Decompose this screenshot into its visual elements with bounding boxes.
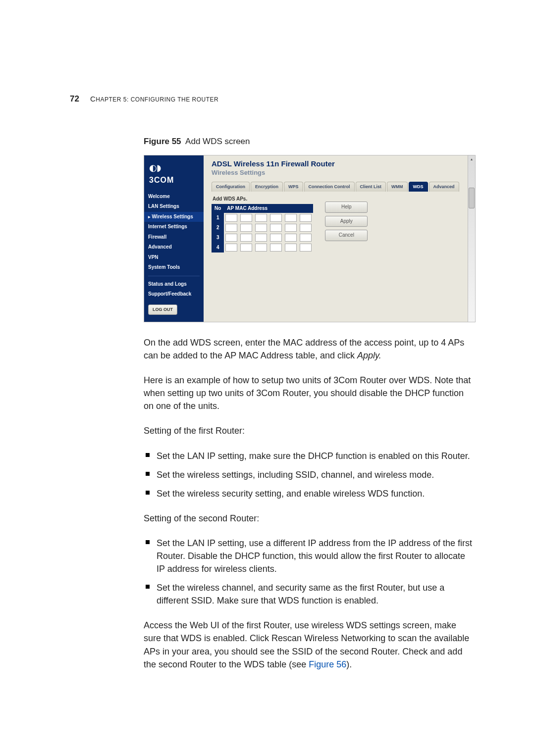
tab-advanced[interactable]: Advanced: [429, 182, 459, 192]
page-title: ADSL Wireless 11n Firewall Router: [212, 158, 463, 169]
list-item: Set the wireless settings, including SSI…: [144, 468, 476, 481]
sidebar-item-firewall[interactable]: Firewall: [144, 232, 204, 243]
scroll-up-icon[interactable]: ▴: [471, 155, 473, 163]
body-text: On the add WDS screen, enter the MAC add…: [144, 336, 476, 362]
cancel-button[interactable]: Cancel: [325, 230, 368, 241]
mac-input[interactable]: [300, 234, 312, 242]
tab-configuration[interactable]: Configuration: [212, 182, 250, 192]
mac-input[interactable]: [240, 234, 252, 242]
mac-input[interactable]: [225, 214, 237, 222]
sidebar-item-vpn[interactable]: VPN: [144, 252, 204, 263]
bullet-list: Set the LAN IP setting, use a different …: [144, 537, 476, 607]
mac-input[interactable]: [225, 224, 237, 232]
sidebar-item-support[interactable]: Support/Feedback: [144, 289, 204, 300]
mac-input[interactable]: [240, 214, 252, 222]
chapter-heading: CHAPTER 5: CONFIGURING THE ROUTER: [90, 95, 218, 103]
tab-wmm[interactable]: WMM: [387, 182, 408, 192]
tab-bar: Configuration Encryption WPS Connection …: [212, 182, 463, 192]
sidebar-item-status[interactable]: Status and Logs: [144, 279, 204, 290]
mac-input[interactable]: [255, 224, 267, 232]
sidebar-item-lan[interactable]: LAN Settings: [144, 202, 204, 212]
scrollbar[interactable]: ▴: [468, 155, 475, 322]
mac-input[interactable]: [225, 244, 237, 252]
mac-input[interactable]: [255, 244, 267, 252]
tab-encryption[interactable]: Encryption: [251, 182, 283, 192]
mac-input[interactable]: [270, 244, 282, 252]
mac-input[interactable]: [255, 214, 267, 222]
logo-icon: ◐◗: [149, 161, 199, 174]
scroll-thumb[interactable]: [469, 188, 475, 208]
table-row: 4: [212, 243, 313, 252]
body-text: Access the Web UI of the first Router, u…: [144, 619, 476, 670]
sidebar-nav: Welcome LAN Settings Wireless Settings I…: [144, 192, 204, 300]
sidebar-item-internet[interactable]: Internet Settings: [144, 222, 204, 232]
apply-button[interactable]: Apply: [325, 216, 368, 227]
mac-input[interactable]: [255, 234, 267, 242]
figure-cross-ref[interactable]: Figure 56: [309, 659, 346, 669]
mac-input[interactable]: [285, 234, 297, 242]
mac-input[interactable]: [240, 224, 252, 232]
list-item: Set the wireless channel, and security s…: [144, 581, 476, 607]
sidebar-item-advanced[interactable]: Advanced: [144, 242, 204, 252]
router-ui-screenshot: ◐◗ 3COM Welcome LAN Settings Wireless Se…: [144, 155, 476, 322]
body-text: Setting of the second Router:: [144, 512, 476, 525]
col-no: No: [212, 204, 224, 213]
mac-input[interactable]: [285, 244, 297, 252]
tab-wds[interactable]: WDS: [409, 182, 428, 192]
mac-input[interactable]: [270, 224, 282, 232]
sidebar-item-system[interactable]: System Tools: [144, 262, 204, 273]
logo-text: 3COM: [149, 174, 199, 186]
table-heading: Add WDS APs.: [213, 196, 313, 203]
tab-client-list[interactable]: Client List: [356, 182, 386, 192]
page-number: 72: [59, 94, 79, 104]
figure-caption: Figure 55 Add WDS screen: [144, 136, 476, 148]
mac-input[interactable]: [270, 214, 282, 222]
logout-button[interactable]: LOG OUT: [148, 304, 177, 315]
table-row: 2: [212, 223, 313, 233]
mac-input[interactable]: [240, 244, 252, 252]
body-text: Here is an example of how to setup two u…: [144, 374, 476, 412]
list-item: Set the wireless security setting, and e…: [144, 487, 476, 500]
brand-logo: ◐◗ 3COM: [144, 158, 204, 187]
help-button[interactable]: Help: [325, 202, 368, 213]
bullet-list: Set the LAN IP setting, make sure the DH…: [144, 450, 476, 500]
mac-input[interactable]: [225, 234, 237, 242]
mac-input[interactable]: [300, 214, 312, 222]
mac-input[interactable]: [300, 244, 312, 252]
mac-input[interactable]: [300, 224, 312, 232]
table-row: 3: [212, 233, 313, 243]
sidebar-item-welcome[interactable]: Welcome: [144, 192, 204, 202]
tab-wps[interactable]: WPS: [284, 182, 303, 192]
tab-connection-control[interactable]: Connection Control: [304, 182, 355, 192]
mac-input[interactable]: [285, 224, 297, 232]
sidebar-item-wireless[interactable]: Wireless Settings: [144, 212, 204, 222]
body-text: Setting of the first Router:: [144, 424, 476, 437]
mac-input[interactable]: [285, 214, 297, 222]
page-subtitle: Wireless Settings: [212, 168, 463, 178]
col-mac: AP MAC Address: [224, 204, 313, 213]
mac-input[interactable]: [270, 234, 282, 242]
list-item: Set the LAN IP setting, use a different …: [144, 537, 476, 575]
list-item: Set the LAN IP setting, make sure the DH…: [144, 450, 476, 462]
table-row: 1: [212, 213, 313, 223]
sidebar: ◐◗ 3COM Welcome LAN Settings Wireless Se…: [144, 155, 204, 322]
ap-mac-table: No AP MAC Address 1: [212, 204, 313, 253]
